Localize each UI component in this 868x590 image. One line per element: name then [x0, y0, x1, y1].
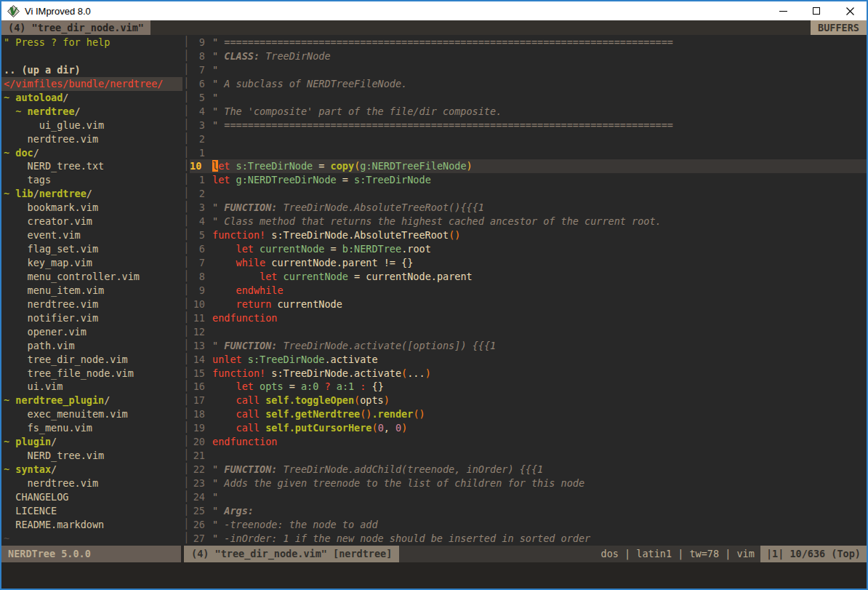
- code-line[interactable]: 4" The 'composite' part of the file/dir …: [190, 105, 867, 119]
- tree-item[interactable]: bookmark.vim: [4, 201, 182, 215]
- maximize-button[interactable]: [800, 1, 833, 20]
- line-number: 24: [190, 490, 205, 504]
- code-line[interactable]: 11endfunction: [190, 311, 867, 325]
- tree-item[interactable]: nerdtree.vim: [4, 132, 182, 146]
- tree-item[interactable]: ~ doc/: [4, 146, 182, 160]
- code-line[interactable]: 4" Class method that returns the highest…: [190, 215, 867, 228]
- tree-item[interactable]: ~ nerdtree_plugin/: [4, 394, 182, 407]
- tree-item[interactable]: menu_item.vim: [4, 284, 182, 298]
- tree-item[interactable]: ~ syntax/: [4, 463, 182, 477]
- code-line[interactable]: 15function! s:TreeDirNode.activate(...): [190, 367, 867, 380]
- tree-item[interactable]: tags: [4, 173, 182, 187]
- code-line[interactable]: 5function! s:TreeDirNode.AbsoluteTreeRoo…: [190, 228, 867, 242]
- code-line[interactable]: 3" =====================================…: [190, 119, 867, 132]
- code-line[interactable]: 5": [190, 91, 867, 105]
- code-line[interactable]: 2: [190, 132, 867, 146]
- tree-item[interactable]: tree_dir_node.vim: [4, 353, 182, 367]
- nerdtree-directory-text: nerdtree: [28, 105, 75, 117]
- tree-item[interactable]: ~ lib/nerdtree/: [4, 187, 182, 201]
- tree-item[interactable]: creator.vim: [4, 215, 182, 228]
- active-file-statusline: (4) "tree_dir_node.vim" [nerdtree]: [184, 546, 399, 562]
- code-line[interactable]: 12: [190, 325, 867, 339]
- code-line[interactable]: 22" FUNCTION: TreeDirNode.addChild(treen…: [190, 463, 867, 477]
- code-line[interactable]: 20endfunction: [190, 435, 867, 449]
- tree-item[interactable]: ui_glue.vim: [4, 119, 182, 132]
- function-name-text: self.toggleOpen: [265, 394, 354, 406]
- command-line[interactable]: [1, 562, 867, 589]
- line-number: 22: [190, 463, 205, 477]
- code-line[interactable]: 1: [190, 146, 867, 160]
- separator-glyph: │: [182, 269, 190, 283]
- tree-item[interactable]: exec_menuitem.vim: [4, 407, 182, 421]
- code-line[interactable]: 1let g:NERDTreeDirNode = s:TreeDirNode: [190, 173, 867, 187]
- tree-item[interactable]: ~ plugin/: [4, 435, 182, 449]
- close-button[interactable]: [833, 1, 867, 20]
- code-line[interactable]: 8 let currentNode = currentNode.parent: [190, 270, 867, 284]
- tree-item[interactable]: tree_file_node.vim: [4, 367, 182, 380]
- separator-glyph: │: [182, 145, 190, 159]
- code-line[interactable]: 6 let currentNode = b:NERDTree.root: [190, 242, 867, 256]
- tree-item[interactable]: CHANGELOG: [4, 490, 182, 504]
- code-line[interactable]: 24": [190, 490, 867, 504]
- code-line[interactable]: 7": [190, 63, 867, 77]
- window-separator[interactable]: │││││││││││││││││││││││││││││││││││││: [182, 35, 190, 546]
- code-line[interactable]: 6" A subclass of NERDTreeFileNode.: [190, 77, 867, 91]
- tree-item[interactable]: ~ autoload/: [4, 91, 182, 105]
- tree-item[interactable]: ~: [4, 532, 182, 546]
- code-line[interactable]: 23" Adds the given treenode to the list …: [190, 477, 867, 490]
- tree-item[interactable]: opener.vim: [4, 325, 182, 339]
- plain-text-text: [254, 243, 260, 255]
- code-line[interactable]: 19 call self.putCursorHere(0, 0): [190, 421, 867, 435]
- nerdtree-file-text: ui.vim: [4, 380, 63, 392]
- separator-glyph: │: [182, 172, 190, 186]
- code-line[interactable]: 7 while currentNode.parent != {}: [190, 256, 867, 270]
- code-line[interactable]: 25" Args:: [190, 504, 867, 518]
- code-line[interactable]: 16 let opts = a:0 ? a:1 : {}: [190, 380, 867, 394]
- tree-item[interactable]: NERD_tree.txt: [4, 159, 182, 173]
- tree-item[interactable]: [4, 49, 182, 63]
- code-line[interactable]: 21: [190, 449, 867, 463]
- tree-item[interactable]: menu_controller.vim: [4, 270, 182, 284]
- code-line[interactable]: 27" -inOrder: 1 if the new node should b…: [190, 532, 867, 546]
- tree-item[interactable]: ~ nerdtree/: [4, 105, 182, 119]
- minimize-button[interactable]: [766, 1, 800, 20]
- code-line[interactable]: 2: [190, 187, 867, 201]
- code-line[interactable]: 3" FUNCTION: TreeDirNode.AbsoluteTreeRoo…: [190, 201, 867, 215]
- line-number: 9: [190, 284, 205, 298]
- tree-item[interactable]: event.vim: [4, 228, 182, 242]
- code-line[interactable]: 10 return currentNode: [190, 298, 867, 311]
- code-line[interactable]: 8" CLASS: TreeDirNode: [190, 49, 867, 63]
- code-line[interactable]: 9" =====================================…: [190, 36, 867, 49]
- plain-text-text: ...: [407, 367, 425, 379]
- tree-root-item[interactable]: </vimfiles/bundle/nerdtree/: [1, 77, 182, 91]
- buffers-label[interactable]: BUFFERS: [811, 20, 867, 35]
- identifier-text: s:TreeDirNode: [248, 354, 325, 365]
- tree-item[interactable]: nerdtree.vim: [4, 477, 182, 490]
- tree-item[interactable]: README.markdown: [4, 518, 182, 532]
- code-line[interactable]: 13" FUNCTION: TreeDirNode.activate([opti…: [190, 339, 867, 353]
- code-line[interactable]: 17 call self.toggleOpen(opts): [190, 394, 867, 407]
- tree-item[interactable]: " Press ? for help: [4, 36, 182, 49]
- tree-item[interactable]: notifier.vim: [4, 311, 182, 325]
- code-line[interactable]: 26" -treenode: the node to add: [190, 518, 867, 532]
- tree-item[interactable]: path.vim: [4, 339, 182, 353]
- tab-tree-dir-node[interactable]: (4) "tree_dir_node.vim": [1, 20, 150, 35]
- maximize-icon: [813, 7, 820, 15]
- tree-item[interactable]: ui.vim: [4, 380, 182, 394]
- nerdtree-panel[interactable]: " Press ? for help.. (up a dir)</vimfile…: [1, 35, 182, 546]
- tree-item[interactable]: NERD_tree.vim: [4, 449, 182, 463]
- code-line[interactable]: 18 call self.getNerdtree().render(): [190, 407, 867, 421]
- tree-item[interactable]: .. (up a dir): [4, 63, 182, 77]
- title-bar[interactable]: Vi IMproved 8.0: [1, 1, 867, 20]
- code-line[interactable]: 9 endwhile: [190, 284, 867, 298]
- code-line[interactable]: 14unlet s:TreeDirNode.activate: [190, 353, 867, 367]
- tree-item[interactable]: key_map.vim: [4, 256, 182, 270]
- tree-item[interactable]: fs_menu.vim: [4, 421, 182, 435]
- tree-item[interactable]: LICENCE: [4, 504, 182, 518]
- editor-panel[interactable]: 9" =====================================…: [190, 35, 867, 546]
- tree-item[interactable]: nerdtree.vim: [4, 298, 182, 311]
- separator-glyph: │: [182, 517, 190, 531]
- current-code-line[interactable]: 10let s:TreeDirNode = copy(g:NERDTreeFil…: [190, 159, 867, 173]
- plain-text-text: {}: [366, 380, 383, 392]
- tree-item[interactable]: flag_set.vim: [4, 242, 182, 256]
